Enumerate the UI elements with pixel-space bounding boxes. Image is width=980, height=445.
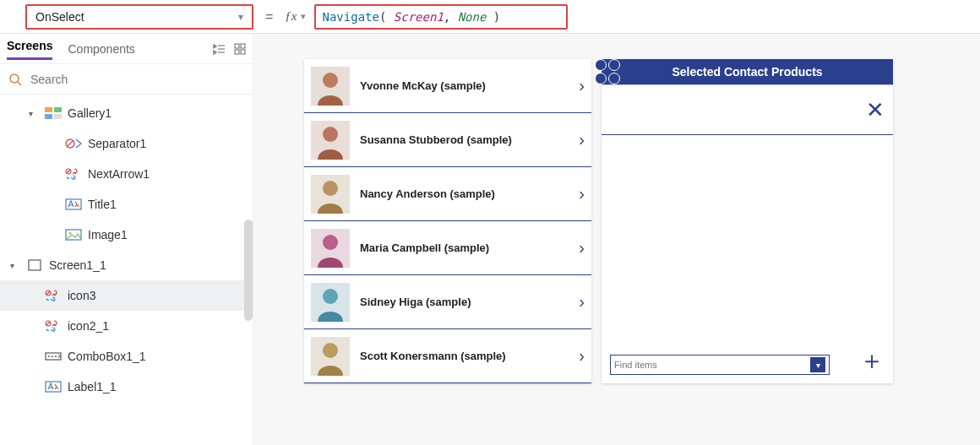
svg-line-5 — [18, 82, 21, 85]
tree-item-combobox1_1[interactable]: ComboBox1_1 — [0, 341, 253, 372]
svg-point-28 — [323, 181, 338, 196]
avatar — [311, 337, 350, 376]
tree-item-nextarrow1[interactable]: NextArrow1 — [0, 159, 253, 189]
svg-rect-12 — [66, 199, 81, 209]
tab-screens[interactable]: Screens — [7, 39, 52, 60]
avatar — [311, 67, 350, 106]
tree-item-label: Gallery1 — [68, 106, 112, 120]
tree-collapse-icon[interactable] — [212, 43, 226, 55]
tree-search[interactable] — [0, 64, 253, 95]
tree-item-title1[interactable]: Title1 — [0, 189, 253, 220]
detail-body: ✕ Find items ▾ ＋ — [602, 84, 893, 383]
statectrl-icon — [64, 166, 83, 182]
svg-point-30 — [323, 235, 338, 250]
tree-item-screen1_1[interactable]: ▾Screen1_1 — [0, 250, 253, 280]
tree-item-label1_1[interactable]: Label1_1 — [0, 372, 253, 402]
tree-tabs: Screens Components — [0, 34, 253, 64]
contact-name: Nancy Anderson (sample) — [350, 187, 579, 200]
chevron-down-icon[interactable]: ▾ — [301, 11, 306, 22]
contact-name: Sidney Higa (sample) — [350, 296, 579, 308]
close-icon[interactable]: ✕ — [866, 97, 885, 123]
chevron-right-icon[interactable]: › — [579, 346, 585, 366]
chevron-right-icon[interactable]: › — [579, 76, 585, 95]
tree-item-label: Title1 — [88, 198, 117, 211]
gallery-row[interactable]: Susanna Stubberod (sample)› — [304, 113, 591, 167]
chevron-right-icon[interactable]: › — [579, 238, 585, 258]
chevron-down-icon[interactable]: ▾ — [29, 109, 39, 118]
formula-bar: OnSelect ▾ = ƒx ▾ Navigate ( Screen1 , N… — [0, 0, 980, 34]
gallery-row[interactable]: Yvonne McKay (sample)› — [304, 59, 591, 113]
statectrl-icon — [44, 318, 63, 334]
tree-item-icon2_1[interactable]: icon2_1 — [0, 311, 253, 341]
detail-panel: Selected Contact Products ✕ Find items ▾… — [602, 59, 893, 383]
avatar — [311, 283, 350, 322]
tree-item-label: ComboBox1_1 — [68, 350, 146, 363]
label-icon — [44, 379, 63, 394]
chevron-right-icon[interactable]: › — [579, 184, 585, 204]
tree-item-label: Image1 — [88, 228, 128, 241]
tree-item-separator1[interactable]: Separator1 — [0, 128, 253, 159]
separator-icon — [64, 136, 83, 151]
tree-item-label: Label1_1 — [68, 380, 117, 393]
avatar — [311, 229, 350, 268]
combobox-placeholder: Find items — [614, 360, 657, 370]
tree-item-label: NextArrow1 — [88, 167, 150, 181]
fx-icon: ƒx — [285, 9, 300, 24]
tab-components[interactable]: Components — [68, 42, 134, 56]
tree-item-label: icon2_1 — [68, 319, 109, 333]
contact-name: Maria Campbell (sample) — [350, 241, 579, 254]
formula-token: ) — [486, 10, 500, 24]
contact-name: Yvonne McKay (sample) — [350, 79, 579, 92]
chevron-right-icon[interactable]: › — [579, 130, 585, 149]
gallery-row[interactable]: Maria Campbell (sample)› — [304, 221, 591, 275]
tree-item-label: Screen1_1 — [49, 258, 106, 272]
svg-point-4 — [10, 74, 19, 83]
scrollbar-thumb[interactable] — [244, 220, 253, 321]
tree-search-input[interactable] — [29, 72, 244, 87]
formula-input[interactable]: Navigate ( Screen1 , None ) — [314, 4, 568, 30]
tree-list: ▾Gallery1Separator1NextArrow1Title1Image… — [0, 95, 253, 445]
screen-icon — [25, 258, 44, 273]
image-icon — [64, 227, 83, 242]
canvas[interactable]: Yvonne McKay (sample)›Susanna Stubberod … — [253, 34, 980, 445]
property-selector[interactable]: OnSelect ▾ — [25, 4, 253, 30]
chevron-down-icon[interactable]: ▾ — [10, 261, 20, 270]
svg-point-20 — [52, 355, 53, 357]
gallery-row[interactable]: Nancy Anderson (sample)› — [304, 167, 591, 221]
svg-point-34 — [323, 343, 338, 358]
svg-rect-1 — [241, 44, 245, 48]
add-icon[interactable]: ＋ — [859, 344, 885, 378]
tree-item-label: icon3 — [68, 289, 95, 302]
tree-item-image1[interactable]: Image1 — [0, 220, 253, 250]
avatar — [311, 175, 350, 214]
gallery-icon — [44, 106, 63, 121]
tree-item-gallery1[interactable]: ▾Gallery1 — [0, 98, 253, 128]
tree-item-icon3[interactable]: icon3 — [0, 280, 253, 311]
svg-rect-2 — [235, 50, 239, 54]
chevron-down-icon[interactable]: ▾ — [810, 357, 825, 372]
property-selector-value: OnSelect — [35, 10, 84, 24]
selection-handles[interactable] — [595, 59, 620, 84]
formula-token: , — [444, 10, 458, 24]
svg-rect-7 — [54, 107, 62, 112]
equals-sign: = — [262, 9, 276, 24]
tree-grid-icon[interactable] — [234, 43, 246, 55]
svg-rect-8 — [45, 114, 52, 119]
formula-token: ( — [379, 10, 394, 24]
chevron-right-icon[interactable]: › — [579, 292, 585, 312]
label-icon — [64, 197, 83, 212]
tree-view-pane: Screens Components ▾Gallery1Separator1Ne… — [0, 34, 253, 445]
svg-rect-9 — [54, 114, 62, 119]
gallery-row[interactable]: Sidney Higa (sample)› — [304, 275, 591, 329]
avatar — [311, 121, 350, 160]
svg-point-14 — [69, 232, 72, 235]
formula-token-fn: Navigate — [323, 10, 379, 24]
formula-container: ƒx ▾ Navigate ( Screen1 , None ) — [285, 4, 972, 30]
search-icon — [8, 73, 22, 86]
find-items-combobox[interactable]: Find items ▾ — [610, 355, 830, 375]
contact-name: Susanna Stubberod (sample) — [350, 133, 579, 146]
divider — [602, 134, 893, 135]
gallery-row[interactable]: Scott Konersmann (sample)› — [304, 329, 591, 383]
combobox-icon — [44, 349, 63, 364]
contacts-gallery[interactable]: Yvonne McKay (sample)›Susanna Stubberod … — [304, 59, 591, 383]
